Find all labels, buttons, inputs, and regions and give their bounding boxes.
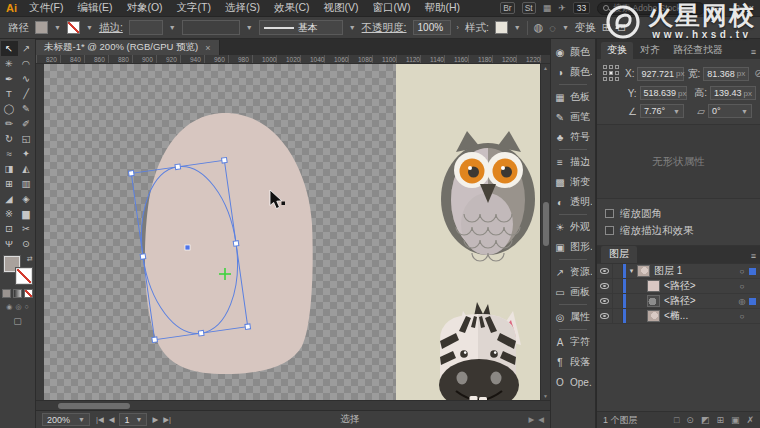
- graphic-style-swatch[interactable]: [495, 21, 508, 34]
- x-input[interactable]: 927.721px: [637, 67, 684, 81]
- target-circle-icon[interactable]: ○: [736, 312, 748, 321]
- screen-mode-button[interactable]: ▢: [13, 316, 22, 326]
- bridge-button[interactable]: Br: [500, 2, 515, 14]
- layer-thumbnail[interactable]: [647, 310, 660, 322]
- gradient-mode-button[interactable]: [13, 289, 22, 298]
- gradient-tool[interactable]: ▥: [18, 176, 35, 191]
- stroke-weight-input[interactable]: [129, 20, 163, 35]
- panel-button-paragraph[interactable]: ¶段落: [551, 352, 595, 372]
- select-similar-icon[interactable]: ◌: [549, 22, 556, 34]
- lock-toggle[interactable]: [613, 279, 623, 293]
- stroke-weight-dropdown-icon[interactable]: ▼: [169, 24, 176, 31]
- canvas[interactable]: [36, 64, 540, 401]
- panel-button-brushes[interactable]: ✎画笔: [551, 107, 595, 127]
- color-mode-button[interactable]: [2, 289, 11, 298]
- visibility-toggle[interactable]: [597, 309, 613, 323]
- vertical-scroll-thumb[interactable]: [543, 202, 549, 246]
- rotate-angle-dropdown[interactable]: 7.76°▼: [640, 104, 684, 118]
- curvature-tool[interactable]: ∿: [18, 71, 35, 86]
- panel-button-graphic-styles[interactable]: ▣图形...: [551, 237, 595, 257]
- panel-button-color[interactable]: ◉颜色: [551, 42, 595, 62]
- layer-row[interactable]: <路径>○: [597, 279, 760, 294]
- stock-button[interactable]: St: [522, 2, 536, 14]
- document-setup-icon[interactable]: ◍: [534, 21, 544, 34]
- panel-button-asset-export[interactable]: ↗资源...: [551, 262, 595, 282]
- y-input[interactable]: 518.639px: [640, 86, 687, 100]
- vertical-scrollbar[interactable]: ▲ ▼: [540, 64, 550, 400]
- selection-indicator[interactable]: [749, 298, 756, 305]
- variable-width-profile-dropdown[interactable]: 基本: [259, 20, 343, 35]
- mesh-tool[interactable]: ⊞: [1, 176, 18, 191]
- pen-tool[interactable]: ✒: [1, 71, 18, 86]
- panel-button-swatches[interactable]: ▦色板: [551, 87, 595, 107]
- restore-button[interactable]: ◻: [732, 3, 739, 13]
- minimize-button[interactable]: —: [714, 3, 723, 13]
- scroll-down-icon[interactable]: ▼: [543, 392, 548, 400]
- type-tool[interactable]: T: [1, 86, 18, 101]
- last-artboard-button[interactable]: ▶|: [163, 415, 171, 424]
- share-icon[interactable]: ✈: [558, 3, 566, 13]
- style-dropdown-icon[interactable]: ▼: [514, 24, 521, 31]
- direct-selection-tool[interactable]: ↗: [18, 41, 35, 56]
- rotate-tool[interactable]: ↻: [1, 131, 18, 146]
- artboard-tool[interactable]: ⊡: [1, 221, 18, 236]
- locate-object-icon[interactable]: ⊙: [686, 415, 694, 425]
- symbol-sprayer-tool[interactable]: ※: [1, 206, 18, 221]
- panel-button-symbols[interactable]: ♣符号: [551, 127, 595, 147]
- layer-row[interactable]: <椭...○: [597, 309, 760, 324]
- close-button[interactable]: ×: [749, 3, 754, 13]
- magic-wand-tool[interactable]: ✳: [1, 56, 18, 71]
- layer-thumbnail[interactable]: [647, 280, 660, 292]
- panel-button-gradient[interactable]: ▩渐变: [551, 172, 595, 192]
- panel-menu-icon[interactable]: ≡: [751, 47, 756, 59]
- layers-menu-icon[interactable]: ≡: [751, 251, 756, 263]
- shaper-tool[interactable]: ✐: [18, 116, 35, 131]
- drawing-mode-buttons[interactable]: ◉◎○: [6, 303, 28, 311]
- lock-toggle[interactable]: [613, 294, 623, 308]
- tab-align[interactable]: 对齐: [634, 42, 666, 59]
- drawn-body-shape[interactable]: [145, 113, 313, 374]
- brush-dropdown-icon[interactable]: ▼: [246, 24, 253, 31]
- hand-tool[interactable]: Ψ: [1, 236, 18, 251]
- panel-button-properties[interactable]: ◎属性: [551, 307, 595, 327]
- stroke-swatch[interactable]: [16, 268, 32, 284]
- artboard-number-dropdown[interactable]: 1▼: [119, 413, 147, 426]
- lock-toggle[interactable]: [613, 264, 623, 278]
- ellipse-tool[interactable]: ◯: [1, 101, 18, 116]
- panel-button-appearance[interactable]: ☀外观: [551, 217, 595, 237]
- transform-popup-label[interactable]: 变换: [575, 21, 596, 35]
- reference-point-locator[interactable]: [603, 65, 620, 82]
- target-circle-icon[interactable]: ○: [736, 282, 748, 291]
- menu-item[interactable]: 文字(T): [177, 1, 211, 15]
- panel-button-character[interactable]: A字符: [551, 332, 595, 352]
- lock-toggle[interactable]: [613, 309, 623, 323]
- swap-fill-stroke-icon[interactable]: ⇄: [27, 255, 33, 263]
- selection-indicator[interactable]: [749, 283, 756, 290]
- visibility-toggle[interactable]: [597, 279, 613, 293]
- panel-button-transparency[interactable]: ◐透明...: [551, 192, 595, 212]
- layer-row[interactable]: <路径>◎: [597, 294, 760, 309]
- isolate-icon[interactable]: ⊡: [617, 21, 626, 34]
- shear-angle-dropdown[interactable]: 0°▼: [708, 104, 752, 118]
- workspace-switcher-icon[interactable]: ▦: [543, 3, 552, 13]
- next-artboard-button[interactable]: ▶: [152, 415, 158, 424]
- document-close-icon[interactable]: ×: [205, 43, 210, 53]
- new-sublayer-icon[interactable]: ⊞: [716, 415, 724, 425]
- layers-tab[interactable]: 图层: [601, 246, 637, 263]
- blend-tool[interactable]: ◈: [18, 191, 35, 206]
- align-objects-icon[interactable]: ⊞: [602, 21, 611, 34]
- stroke-color-swatch[interactable]: [67, 21, 80, 34]
- menu-item[interactable]: 视图(V): [324, 1, 359, 15]
- opacity-input[interactable]: 100%: [413, 20, 451, 35]
- none-mode-button[interactable]: [24, 289, 33, 298]
- scale-corners-checkbox[interactable]: [605, 209, 614, 218]
- layer-name[interactable]: 图层 1: [654, 264, 736, 278]
- opacity-label[interactable]: 不透明度:: [362, 21, 407, 35]
- profile-dropdown-icon[interactable]: ▼: [349, 24, 356, 31]
- fill-stroke-indicator[interactable]: ⇄: [4, 256, 32, 284]
- target-circle-icon[interactable]: ○: [736, 267, 748, 276]
- menu-item[interactable]: 帮助(H): [425, 1, 461, 15]
- fill-color-swatch[interactable]: [35, 21, 48, 34]
- horizontal-scroll-thumb[interactable]: [58, 403, 130, 409]
- collect-for-export-icon[interactable]: □: [674, 415, 679, 425]
